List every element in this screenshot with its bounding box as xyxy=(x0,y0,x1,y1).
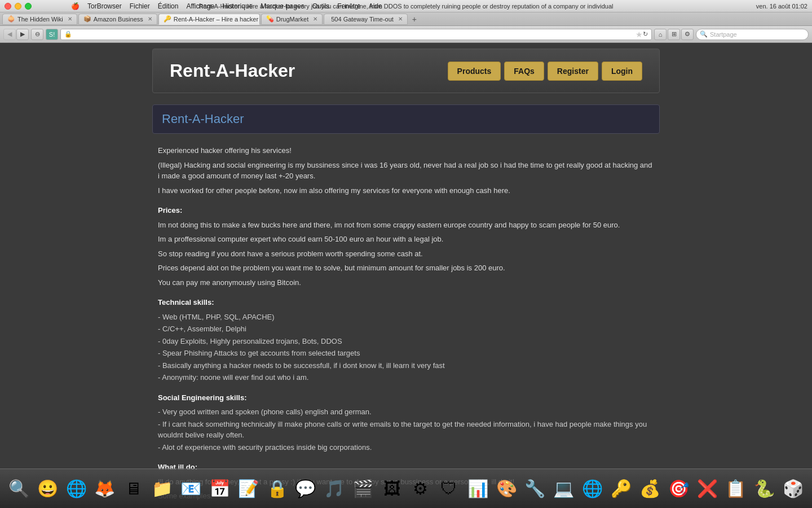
dock-bitcoin[interactable]: 💰 xyxy=(637,475,663,503)
dock-mail[interactable]: 📧 xyxy=(178,475,204,503)
dock-python[interactable]: 🐍 xyxy=(751,475,778,503)
skill-item-3: - 0day Exploits, Highly personalized tro… xyxy=(158,336,654,347)
menu-torbrowser[interactable]: TorBrowser xyxy=(87,2,122,10)
dock-launchpad[interactable]: 😀 xyxy=(34,475,61,503)
page-title: Rent-A-Hacker xyxy=(162,112,650,126)
dock-notes[interactable]: 📝 xyxy=(235,475,262,503)
dock-music[interactable]: 🎵 xyxy=(321,475,347,503)
browser-content: Rent-A-Hacker Products FAQs Register Log… xyxy=(0,43,812,508)
close-button[interactable] xyxy=(5,3,11,10)
prices-line-1: Im not doing this to make a few bucks he… xyxy=(158,220,654,231)
dock-firefox[interactable]: 🦊 xyxy=(92,475,118,503)
window-title: Rent-A-Hacker – Hire a hacker for every … xyxy=(199,3,614,10)
menu-fichier[interactable]: Fichier xyxy=(130,2,150,10)
dock-security[interactable]: 🔒 xyxy=(264,475,290,503)
technical-skills-list: - Web (HTML, PHP, SQL, APACHE) - C/C++, … xyxy=(158,312,654,383)
home-button[interactable]: ⌂ xyxy=(654,29,667,40)
back-button[interactable]: ◀ xyxy=(3,29,16,40)
apple-menu[interactable]: 🍎 xyxy=(71,2,80,10)
settings-button[interactable]: ⚙ xyxy=(681,29,694,40)
search-placeholder: Startpage xyxy=(710,31,805,38)
dock-code[interactable]: 💻 xyxy=(550,475,577,503)
technical-skills-section: Technical skills: - Web (HTML, PHP, SQL,… xyxy=(158,297,654,383)
back-forward-group: ◀ ▶ xyxy=(3,29,29,40)
page-heading: Rent-A-Hacker xyxy=(152,104,660,134)
login-button[interactable]: Login xyxy=(602,62,642,81)
titlebar: 🍎 TorBrowser Fichier Édition Affichage H… xyxy=(0,0,812,12)
dock-target[interactable]: 🎯 xyxy=(665,475,692,503)
bookmark-icon[interactable]: ★ xyxy=(636,30,643,39)
social-engineering-title: Social Engineering skills: xyxy=(158,392,654,404)
dock-cancel[interactable]: ❌ xyxy=(694,475,721,503)
products-button[interactable]: Products xyxy=(448,62,501,81)
skill-item-1: - Web (HTML, PHP, SQL, APACHE) xyxy=(158,312,654,323)
dock-messages[interactable]: 💬 xyxy=(293,475,319,503)
tab-favicon: 💊 xyxy=(266,15,274,23)
tab-hidden-wiki[interactable]: 🧅 The Hidden Wiki ✕ xyxy=(2,14,77,25)
skill-item-4: - Spear Phishing Attacks to get accounts… xyxy=(158,348,654,359)
search-box[interactable]: 🔍 Startpage xyxy=(696,29,809,40)
technical-skills-title: Technical skills: xyxy=(158,297,654,308)
history-button[interactable]: ⊖ xyxy=(31,29,43,40)
dock-charts[interactable]: 📊 xyxy=(465,475,491,503)
dock-clipboard[interactable]: 📋 xyxy=(722,475,749,503)
tab-close-button[interactable]: ✕ xyxy=(313,16,317,22)
dock-shield[interactable]: 🛡 xyxy=(436,475,462,503)
dock-video[interactable]: 🎬 xyxy=(350,475,376,503)
tab-close-button[interactable]: ✕ xyxy=(148,16,152,22)
tab-label: Rent-A-Hacker – Hire a hacker ... xyxy=(174,16,260,23)
maximize-button[interactable] xyxy=(25,3,32,10)
resize-button[interactable]: ⊞ xyxy=(668,29,680,40)
nav-right-buttons: ⌂ ⊞ ⚙ xyxy=(654,29,694,40)
tab-drugmarket[interactable]: 💊 DrugMarket ✕ xyxy=(261,14,323,25)
tab-close-button[interactable]: ✕ xyxy=(68,16,72,22)
dock-art[interactable]: 🎨 xyxy=(493,475,520,503)
tab-favicon: 📦 xyxy=(83,15,91,23)
new-tab-button[interactable]: + xyxy=(409,14,420,25)
social-item-3: - Alot of experience with security pract… xyxy=(158,442,654,453)
prices-section: Prices: Im not doing this to make a few … xyxy=(158,205,654,288)
register-button[interactable]: Register xyxy=(548,62,598,81)
minimize-button[interactable] xyxy=(15,3,21,10)
social-engineering-section: Social Engineering skills: - Very good w… xyxy=(158,392,654,453)
dock-files[interactable]: 📁 xyxy=(149,475,175,503)
dock-vpn[interactable]: 🔑 xyxy=(608,475,634,503)
skill-item-5: - Basically anything a hacker needs to b… xyxy=(158,360,654,371)
header-nav-buttons: Products FAQs Register Login xyxy=(448,62,642,81)
faqs-button[interactable]: FAQs xyxy=(504,62,544,81)
tab-gateway-timeout[interactable]: 504 Gateway Time-out ✕ xyxy=(324,14,408,25)
tab-favicon: 🧅 xyxy=(7,15,15,23)
lock-icon: 🔒 xyxy=(64,30,72,38)
window-controls[interactable] xyxy=(5,3,32,10)
tab-label: The Hidden Wiki xyxy=(17,16,63,23)
dock-web[interactable]: 🌐 xyxy=(579,475,606,503)
tor-button[interactable]: S! xyxy=(46,29,58,40)
site-title: Rent-A-Hacker xyxy=(170,60,295,81)
address-bar[interactable]: 🔒 ★ ↻ xyxy=(60,29,652,40)
site-header: Rent-A-Hacker Products FAQs Register Log… xyxy=(152,49,660,93)
prices-title: Prices: xyxy=(158,205,654,216)
intro-section: Experienced hacker offering his services… xyxy=(158,145,654,196)
intro-line-2: (Illegal) Hacking and social engineering… xyxy=(158,160,654,182)
forward-button[interactable]: ▶ xyxy=(16,29,29,40)
search-icon: 🔍 xyxy=(700,30,708,38)
tab-amazon[interactable]: 📦 Amazon Business ✕ xyxy=(78,14,157,25)
dock-photos[interactable]: 🖼 xyxy=(378,475,405,503)
dock-game[interactable]: 🎲 xyxy=(780,475,806,503)
social-item-1: - Very good written and spoken (phone ca… xyxy=(158,406,654,418)
dock-safari[interactable]: 🌐 xyxy=(63,475,90,503)
tab-close-button[interactable]: ✕ xyxy=(398,16,403,22)
dock-tools[interactable]: 🔧 xyxy=(522,475,548,503)
dock-finder[interactable]: 🔍 xyxy=(6,475,32,503)
dock-calendar[interactable]: 📅 xyxy=(206,475,233,503)
tab-rent-a-hacker[interactable]: 🔑 Rent-A-Hacker – Hire a hacker ... ✕ xyxy=(158,14,260,25)
social-item-2: - If i cant hack something technically i… xyxy=(158,419,654,441)
refresh-button[interactable]: ↻ xyxy=(643,30,648,38)
skill-item-6: - Anonymity: noone will ever find out wh… xyxy=(158,372,654,383)
dock-terminal[interactable]: 🖥 xyxy=(120,475,147,503)
tab-label: DrugMarket xyxy=(276,16,308,23)
dock-settings[interactable]: ⚙ xyxy=(407,475,434,503)
clock: ven. 16 août 01:02 xyxy=(756,3,807,10)
intro-line-1: Experienced hacker offering his services… xyxy=(158,145,654,156)
menu-edition[interactable]: Édition xyxy=(158,2,179,10)
